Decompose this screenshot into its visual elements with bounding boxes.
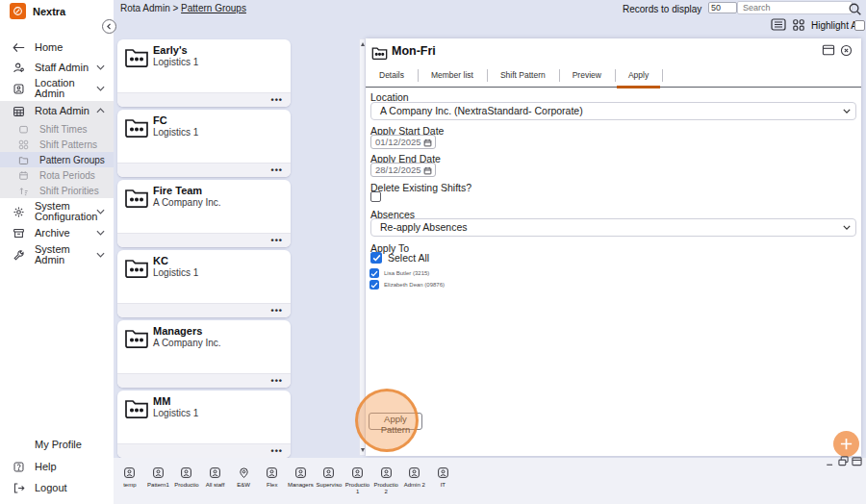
shortcut-productio-1[interactable]: Productio 1 <box>344 466 372 495</box>
member-checkbox[interactable] <box>369 280 379 290</box>
sidebar-item-location-admin[interactable]: Location Admin <box>0 76 114 101</box>
pattern-group-card[interactable]: MM Logistics 1 ••• <box>117 391 291 458</box>
card-footer: ••• <box>117 163 291 177</box>
card-menu-button[interactable]: ••• <box>271 93 283 107</box>
scroll-down-icon[interactable] <box>361 448 365 452</box>
sidebar-item-label: Rota Admin <box>35 106 96 116</box>
calendar-icon[interactable] <box>423 166 432 175</box>
user-badge-icon <box>201 466 230 480</box>
pattern-group-card[interactable]: KC Logistics 1 ••• <box>117 250 291 317</box>
pattern-group-card[interactable]: Managers A Company Inc. ••• <box>117 320 291 388</box>
card-menu-button[interactable]: ••• <box>271 444 283 458</box>
calendar-icon[interactable] <box>423 139 432 147</box>
member-row: Elizabeth Dean (09876) <box>369 280 445 290</box>
location-value: A Company Inc. (NextraStandard- Corporat… <box>380 105 583 116</box>
apply-start-date-value: 01/12/2025 <box>375 137 421 147</box>
sidebar-item-logout[interactable]: Logout <box>0 479 114 496</box>
folder-dots-icon <box>371 46 388 60</box>
shortcut-productio-2[interactable]: Productio 2 <box>371 466 400 495</box>
sidebar-item-rota-periods[interactable]: Rota Periods <box>0 167 114 183</box>
tab-preview[interactable]: Preview <box>559 65 615 87</box>
sidebar-item-archive[interactable]: Archive <box>0 224 114 241</box>
panel-scrollbar[interactable] <box>359 38 366 456</box>
shortcut-admin-2[interactable]: Admin 2 <box>400 466 429 495</box>
sidebar-item-shift-times[interactable]: Shift Times <box>0 121 114 137</box>
minimize-icon[interactable] <box>826 456 835 466</box>
map-pin-icon <box>229 466 258 480</box>
pattern-group-card[interactable]: FC Logistics 1 ••• <box>117 110 291 177</box>
sidebar-item-label: System Admin <box>35 244 96 265</box>
shortcut-it[interactable]: IT <box>429 466 458 495</box>
sidebar-item-staff-admin[interactable]: Staff Admin <box>0 59 114 76</box>
chevron-down-icon <box>843 225 851 230</box>
scroll-up-icon[interactable] <box>361 42 365 46</box>
maximize-window-icon[interactable] <box>852 456 862 466</box>
folder-dots-icon <box>124 117 149 138</box>
sidebar-item-system-admin[interactable]: System Admin <box>0 242 114 267</box>
highlight-all-checkbox[interactable] <box>854 20 865 31</box>
card-menu-button[interactable]: ••• <box>271 374 283 388</box>
apply-pattern-button[interactable]: Apply Pattern <box>369 413 422 430</box>
sidebar-item-system-configuration[interactable]: System Configuration <box>0 199 114 224</box>
sidebar-item-label: Rota Periods <box>39 170 114 181</box>
absences-value: Re-apply Absences <box>380 221 467 233</box>
shortcut-temp[interactable]: temp <box>115 466 144 495</box>
list-view-icon[interactable] <box>771 18 786 31</box>
card-subtitle: Logistics 1 <box>153 408 198 418</box>
delete-existing-shifts-label: Delete Existing Shifts? <box>370 182 471 193</box>
tab-divider <box>662 65 663 87</box>
chevron-down-icon <box>96 86 105 91</box>
card-title: Early's <box>153 44 188 56</box>
tab-details[interactable]: Details <box>366 65 418 87</box>
close-icon[interactable] <box>840 44 853 57</box>
tab-apply[interactable]: Apply <box>615 65 662 87</box>
shortcut-all-staff[interactable]: All staff <box>201 466 230 495</box>
sidebar-item-rota-admin[interactable]: Rota Admin <box>0 102 114 119</box>
user-icon <box>13 62 28 74</box>
records-to-display-input[interactable] <box>708 2 737 13</box>
minimize-window-icon[interactable] <box>822 44 835 56</box>
sidebar-item-my-profile[interactable]: My Profile <box>0 435 114 454</box>
restore-windows-icon[interactable] <box>838 456 849 466</box>
shortcut-flex[interactable]: Flex <box>258 466 287 495</box>
sidebar-item-pattern-groups[interactable]: Pattern Groups <box>0 152 114 167</box>
card-subtitle: A Company Inc. <box>153 338 221 348</box>
card-menu-button[interactable]: ••• <box>271 234 283 247</box>
shortcut-pattern1[interactable]: Pattern1 <box>144 466 173 495</box>
shortcut-ew[interactable]: E&W <box>229 466 258 495</box>
chevron-down-icon <box>96 252 105 258</box>
sidebar-item-help[interactable]: Help <box>0 458 114 475</box>
shortcut-supervisor[interactable]: Superviso <box>315 466 344 495</box>
pattern-group-card[interactable]: Early's Logistics 1 ••• <box>117 39 291 107</box>
collapse-sidebar-button[interactable] <box>102 19 116 34</box>
absences-select[interactable]: Re-apply Absences <box>370 218 856 237</box>
delete-existing-shifts-checkbox[interactable] <box>370 191 381 202</box>
breadcrumb-current[interactable]: Pattern Groups <box>181 3 246 13</box>
shortcut-productio[interactable]: Productio <box>172 466 201 495</box>
location-admin-icon <box>13 83 28 95</box>
card-title: FC <box>153 114 167 126</box>
dialog-title: Mon-Fri <box>392 44 436 58</box>
card-footer: ••• <box>117 443 291 458</box>
sidebar-item-shift-priorities[interactable]: Shift Priorities <box>0 183 114 198</box>
card-menu-button[interactable]: ••• <box>271 304 283 317</box>
member-checkbox[interactable] <box>369 268 379 278</box>
card-menu-button[interactable]: ••• <box>271 164 283 177</box>
search-icon[interactable] <box>848 2 862 16</box>
location-select[interactable]: A Company Inc. (NextraStandard- Corporat… <box>370 102 856 120</box>
sidebar-item-shift-patterns[interactable]: Shift Patterns <box>0 137 114 152</box>
apply-end-date-input[interactable]: 28/12/2025 <box>370 163 436 177</box>
help-icon <box>13 461 28 473</box>
apply-start-date-input[interactable]: 01/12/2025 <box>370 135 436 149</box>
grid-view-icon[interactable] <box>792 18 805 32</box>
pattern-group-card[interactable]: Fire Team A Company Inc. ••• <box>117 180 291 247</box>
select-all-label: Select All <box>388 252 429 264</box>
select-all-checkbox[interactable] <box>370 252 382 264</box>
logout-icon <box>13 482 28 494</box>
search-input[interactable] <box>737 1 853 14</box>
add-pattern-group-button[interactable] <box>833 431 859 457</box>
sidebar-item-home[interactable]: Home <box>0 38 114 56</box>
tab-shift-pattern[interactable]: Shift Pattern <box>487 65 559 87</box>
tab-member-list[interactable]: Member list <box>418 65 487 87</box>
shortcut-managers[interactable]: Managers <box>287 466 316 495</box>
